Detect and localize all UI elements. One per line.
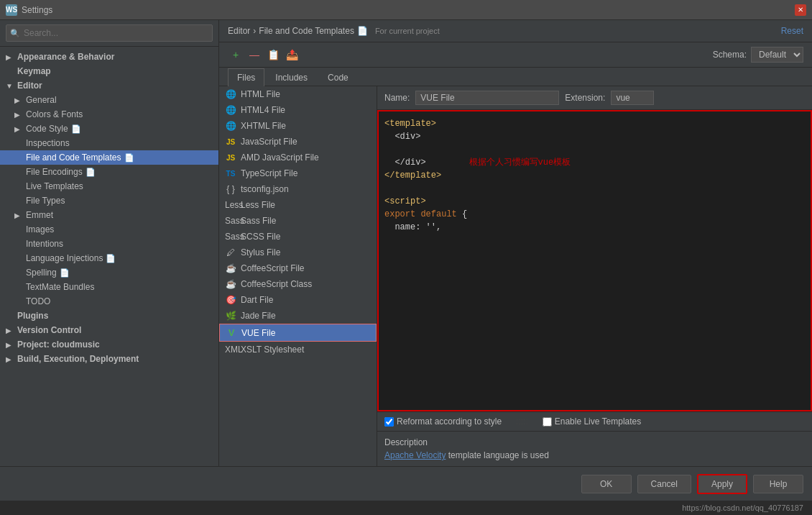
file-item-sass-file[interactable]: SassSass File <box>219 213 377 229</box>
file-icon-typescript-file: TS <box>225 170 236 178</box>
sidebar-item-build-execution[interactable]: Build, Execution, Deployment <box>0 352 218 366</box>
tab-code[interactable]: Code <box>318 68 358 86</box>
breadcrumb-editor: Editor <box>228 26 250 36</box>
sidebar-item-general[interactable]: General <box>0 93 218 107</box>
tab-includes[interactable]: Includes <box>266 68 317 86</box>
sidebar-item-icon-code-style: 📄 <box>71 124 81 134</box>
tab-files[interactable]: Files <box>228 68 264 86</box>
sidebar-item-project-cloudmusic[interactable]: Project: cloudmusic <box>0 337 218 352</box>
window-title: Settings <box>22 5 52 15</box>
sidebar-item-inspections[interactable]: Inspections <box>0 136 218 150</box>
schema-label: Schema: <box>713 50 747 60</box>
sidebar-item-label-editor: Editor <box>17 81 42 91</box>
file-item-coffeescript-file[interactable]: ☕CoffeeScript File <box>219 260 377 276</box>
file-item-stylus-file[interactable]: 🖊Stylus File <box>219 245 377 260</box>
file-item-coffeescript-class[interactable]: ☕CoffeeScript Class <box>219 276 377 292</box>
sidebar-item-file-code-templates[interactable]: File and Code Templates📄 <box>0 150 218 165</box>
sidebar-item-appearance[interactable]: Appearance & Behavior <box>0 50 218 64</box>
file-icon-less-file: Less <box>225 200 236 210</box>
file-name-coffeescript-class: CoffeeScript Class <box>241 279 312 289</box>
search-wrapper: 🔍 <box>6 24 213 42</box>
sidebar-item-label-spelling: Spelling <box>26 268 57 278</box>
sidebar-item-live-templates[interactable]: Live Templates <box>0 179 218 193</box>
name-input[interactable] <box>415 91 559 105</box>
bottom-bar: OK Cancel Apply Help <box>0 466 812 501</box>
code-line-7: <script> <box>384 195 805 208</box>
reset-button[interactable]: Reset <box>781 26 803 36</box>
sidebar-item-label-file-types: File Types <box>26 196 65 206</box>
file-icon-xhtml-file: 🌐 <box>225 121 236 131</box>
add-button[interactable]: + <box>228 47 244 63</box>
file-item-xslt-stylesheet[interactable]: XMLXSLT Stylesheet <box>219 342 377 357</box>
sidebar-item-label-file-encodings: File Encodings <box>26 167 83 177</box>
sidebar-tree: Appearance & BehaviorKeymapEditorGeneral… <box>0 47 218 466</box>
sidebar-item-label-language-injections: Language Injections <box>26 253 103 263</box>
copy-button[interactable]: 📋 <box>265 47 281 63</box>
file-icon-dart-file: 🎯 <box>225 295 236 305</box>
file-item-amd-javascript-file[interactable]: JSAMD JavaScript File <box>219 150 377 165</box>
reformat-checkbox[interactable] <box>384 417 394 427</box>
reformat-checkbox-label[interactable]: Reformat according to style <box>384 416 502 427</box>
sidebar-item-editor[interactable]: Editor <box>0 78 218 93</box>
sidebar-item-label-inspections: Inspections <box>26 138 70 148</box>
help-button[interactable]: Help <box>753 475 803 493</box>
cancel-button[interactable]: Cancel <box>637 475 691 493</box>
live-templates-checkbox[interactable] <box>543 417 552 427</box>
file-item-dart-file[interactable]: 🎯Dart File <box>219 292 377 308</box>
apply-button[interactable]: Apply <box>697 474 747 494</box>
sidebar: 🔍 Appearance & BehaviorKeymapEditorGener… <box>0 20 219 466</box>
file-item-typescript-file[interactable]: TSTypeScript File <box>219 165 377 181</box>
file-item-xhtml-file[interactable]: 🌐XHTML File <box>219 118 377 134</box>
sidebar-item-textmate-bundles[interactable]: TextMate Bundles <box>0 280 218 294</box>
ok-button[interactable]: OK <box>581 475 632 493</box>
sidebar-item-file-types[interactable]: File Types <box>0 193 218 208</box>
sidebar-item-language-injections[interactable]: Language Injections📄 <box>0 251 218 265</box>
file-icon-xslt-stylesheet: XML <box>225 345 236 355</box>
file-item-jade-file[interactable]: 🌿Jade File <box>219 308 377 324</box>
sidebar-item-keymap[interactable]: Keymap <box>0 64 218 78</box>
sidebar-item-todo[interactable]: TODO <box>0 294 218 309</box>
file-item-scss-file[interactable]: SassSCSS File <box>219 229 377 245</box>
breadcrumb-project-icon: 📄 <box>357 26 368 36</box>
sidebar-item-file-encodings[interactable]: File Encodings📄 <box>0 165 218 179</box>
ext-input[interactable] <box>611 91 654 105</box>
file-item-html4-file[interactable]: 🌐HTML4 File <box>219 102 377 118</box>
sidebar-item-plugins[interactable]: Plugins <box>0 309 218 323</box>
schema-select[interactable]: Default <box>751 47 803 63</box>
apache-velocity-link[interactable]: Apache Velocity <box>384 450 446 460</box>
sidebar-item-images[interactable]: Images <box>0 222 218 237</box>
close-button[interactable]: ✕ <box>795 4 806 16</box>
status-bar: https://blog.csdn.net/qq_40776187 <box>0 501 812 515</box>
titlebar: WS Settings ✕ <box>0 0 812 20</box>
file-item-javascript-file[interactable]: JSJavaScript File <box>219 134 377 150</box>
file-item-less-file[interactable]: LessLess File <box>219 197 377 213</box>
file-icon-html-file: 🌐 <box>225 89 236 99</box>
breadcrumb: Editor › File and Code Templates 📄 For c… <box>228 26 440 36</box>
sidebar-item-label-intentions: Intentions <box>26 239 63 249</box>
file-item-tsconfig.json[interactable]: { }tsconfig.json <box>219 181 377 197</box>
live-templates-checkbox-label[interactable]: Enable Live Templates <box>543 416 642 427</box>
code-editor[interactable]: <template> <div> </div>根据个人习惯编写vue模板 </t… <box>377 110 812 411</box>
sidebar-item-emmet[interactable]: Emmet <box>0 208 218 222</box>
sidebar-item-spelling[interactable]: Spelling📄 <box>0 265 218 280</box>
file-name-typescript-file: TypeScript File <box>241 168 297 178</box>
file-name-scss-file: SCSS File <box>241 232 280 242</box>
sidebar-item-label-colors-fonts: Colors & Fonts <box>26 109 83 119</box>
schema-section: Schema: Default <box>713 47 803 63</box>
file-name-xhtml-file: XHTML File <box>241 121 286 131</box>
sidebar-item-intentions[interactable]: Intentions <box>0 237 218 251</box>
remove-button[interactable]: — <box>246 47 262 63</box>
search-input[interactable] <box>6 24 213 42</box>
file-name-javascript-file: JavaScript File <box>241 137 297 147</box>
file-item-html-file[interactable]: 🌐HTML File <box>219 86 377 102</box>
file-icon-vue-file: V <box>226 327 237 338</box>
name-label: Name: <box>384 93 410 103</box>
sidebar-item-label-plugins: Plugins <box>17 311 48 321</box>
file-item-vue-file[interactable]: VVUE File <box>219 324 377 342</box>
export-button[interactable]: 📤 <box>284 47 300 63</box>
sidebar-item-label-todo: TODO <box>26 296 50 306</box>
sidebar-item-icon-file-code-templates: 📄 <box>124 153 134 163</box>
sidebar-item-code-style[interactable]: Code Style📄 <box>0 122 218 136</box>
sidebar-item-colors-fonts[interactable]: Colors & Fonts <box>0 107 218 122</box>
sidebar-item-version-control[interactable]: Version Control <box>0 323 218 337</box>
